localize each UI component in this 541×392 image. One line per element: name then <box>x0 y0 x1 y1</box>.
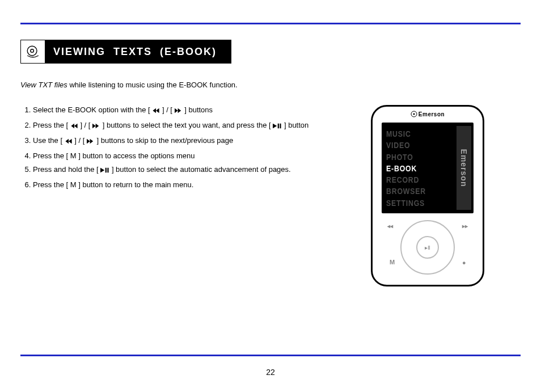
step-text: Press and hold the [ <box>33 165 100 174</box>
playpause-icon <box>100 165 109 177</box>
step-1: Select the E-BOOK option with the [ ] / … <box>33 104 361 117</box>
section-title: VIEWING TEXTS (E-BOOK) <box>45 40 231 64</box>
step-text: ] buttons <box>184 106 213 114</box>
device-menu-item: BROWSER <box>386 186 442 197</box>
step-5: Press and hold the [ ] button to select … <box>33 164 361 177</box>
step-4: Press the [ M ] button to access the opt… <box>33 150 361 162</box>
steps-list: Select the E-BOOK option with the [ ] / … <box>20 104 361 191</box>
device-prev-button: ◂◂ <box>387 223 393 229</box>
page-number: 22 <box>0 368 541 377</box>
device-dot-button: • <box>462 261 466 265</box>
step-2: Press the [ ] / [ ] buttons to select th… <box>33 120 361 133</box>
intro-em: View TXT files <box>20 81 67 89</box>
step-text: Select the E-BOOK option with the [ <box>33 106 152 114</box>
intro-rest: while listening to music using the E-BOO… <box>67 81 238 89</box>
side-brand-text: Emerson <box>459 149 468 187</box>
brand-text: Emerson <box>419 111 445 117</box>
step-3: Use the [ ] / [ ] buttons to skip to the… <box>33 135 361 148</box>
step-text: ] / [ <box>74 136 87 145</box>
svg-point-4 <box>413 113 415 115</box>
next-icon <box>92 121 100 133</box>
step-text: Press the [ <box>33 121 70 129</box>
device-brand-top: Emerson <box>373 111 483 119</box>
svg-point-2 <box>31 49 34 53</box>
step-text: Use the [ <box>33 136 65 145</box>
device-screen: Emerson MUSICVIDEOPHOTOE-BOOKRECORDBROWS… <box>382 123 474 213</box>
device-menu-item: VIDEO <box>386 140 442 151</box>
playpause-icon <box>273 121 282 133</box>
prev-icon <box>65 136 73 148</box>
device-menu-item: PHOTO <box>386 151 442 163</box>
device-next-button: ▸▸ <box>462 223 468 229</box>
top-rule <box>20 23 521 24</box>
step-6: Press the [ M ] button to return to the … <box>33 179 361 191</box>
page-content: VIEWING TEXTS (E-BOOK) View TXT files wh… <box>20 40 521 193</box>
step-text: ] / [ <box>162 106 175 114</box>
section-icon <box>20 40 45 64</box>
step-text: ] button <box>284 121 308 129</box>
step-text: ] buttons to select the text you want, a… <box>103 121 267 129</box>
section-header: VIEWING TEXTS (E-BOOK) <box>20 40 231 64</box>
prev-icon <box>70 121 78 133</box>
device-menu-item: E-BOOK <box>386 163 442 174</box>
intro-text: View TXT files while listening to music … <box>20 79 485 91</box>
instructions: Select the E-BOOK option with the [ ] / … <box>20 104 361 191</box>
device-m-button: M <box>390 259 395 265</box>
next-icon <box>87 136 95 148</box>
next-icon <box>175 106 183 117</box>
device-menu-item: RECORD <box>386 174 442 186</box>
disc-eye-icon <box>25 44 41 60</box>
step-text: ] buttons to skip to the next/previous p… <box>97 136 234 145</box>
device-menu-item: SETTINGS <box>386 197 442 209</box>
brand-logo-icon <box>411 111 417 117</box>
device-wheel: ▸Ⅱ <box>400 220 455 275</box>
device-menu: MUSICVIDEOPHOTOE-BOOKRECORDBROWSERSETTIN… <box>386 128 454 209</box>
prev-icon <box>152 106 160 117</box>
device-menu-item: MUSIC <box>386 128 442 140</box>
svg-point-1 <box>27 46 37 56</box>
step-text: ] / [ <box>80 121 92 129</box>
device-illustration: Emerson Emerson MUSICVIDEOPHOTOE-BOOKREC… <box>371 105 484 286</box>
bottom-rule <box>20 355 521 356</box>
step-text: ] button to select the automatic advance… <box>112 165 291 174</box>
device-play-button: ▸Ⅱ <box>416 236 439 259</box>
device-side-brand: Emerson <box>457 126 471 210</box>
